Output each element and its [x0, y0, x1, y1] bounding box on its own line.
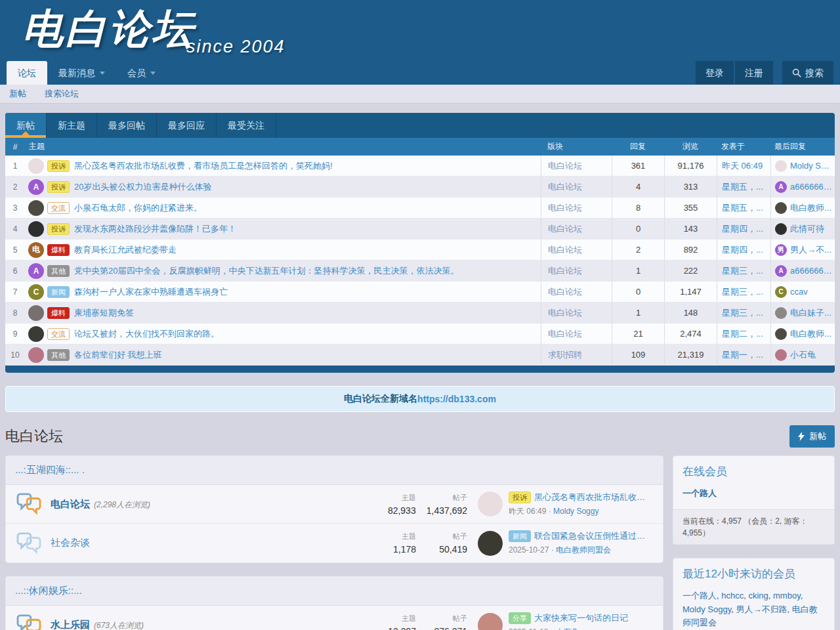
tab-most-watched[interactable]: 最受关注	[217, 113, 276, 138]
forum-link[interactable]: 电白论坛	[548, 160, 582, 172]
topic-title-link[interactable]: 各位前辈们好 我想上班	[74, 349, 162, 361]
online-member-link[interactable]: 一个路人	[682, 488, 717, 498]
topic-tag[interactable]: 投诉	[47, 160, 70, 172]
avatar[interactable]: C	[28, 284, 44, 300]
last-reply-avatar[interactable]: A	[775, 181, 787, 193]
site-logo[interactable]: 电白论坛	[22, 1, 196, 56]
latest-member-link[interactable]: Moldy Soggy	[553, 507, 598, 516]
post-date-link[interactable]: 昨天 06:49	[722, 160, 763, 172]
topic-title-link[interactable]: 发现水东两处路段沙井盖像陷阱！已多年！	[74, 223, 236, 235]
last-reply-user[interactable]: 此情可待	[790, 223, 824, 235]
topic-tag[interactable]: 投诉	[47, 181, 70, 193]
forum-name-link[interactable]: 社会杂谈	[51, 537, 90, 549]
subnav-new-posts[interactable]: 新帖	[9, 88, 26, 100]
post-date-link[interactable]: 星期二，...	[722, 328, 763, 340]
topic-tag[interactable]: 新闻	[509, 530, 531, 542]
post-date-link[interactable]: 星期四，...	[722, 223, 763, 235]
topic-tag[interactable]: 爆料	[47, 244, 70, 256]
last-reply-user[interactable]: 电白妹子...	[790, 307, 831, 319]
post-date-link[interactable]: 星期三，...	[722, 265, 763, 277]
last-reply-avatar[interactable]	[775, 223, 787, 235]
topic-title-link[interactable]: 森沟村一户人家在家中熟睡遭遇车祸身亡	[74, 286, 228, 298]
latest-avatar[interactable]	[478, 613, 503, 630]
nav-tab-whats-new[interactable]: 最新消息	[47, 61, 116, 85]
new-post-button[interactable]: 新帖	[789, 425, 835, 448]
topic-title-link[interactable]: 教育局长江允武被纪委带走	[74, 244, 177, 256]
forum-link[interactable]: 电白论坛	[548, 265, 582, 277]
last-reply-avatar[interactable]	[775, 349, 787, 361]
tab-new-posts[interactable]: 新帖	[5, 113, 47, 138]
post-date-link[interactable]: 星期五，...	[722, 202, 763, 214]
last-reply-avatar[interactable]: C	[775, 286, 787, 298]
last-reply-avatar[interactable]: 男	[775, 244, 787, 256]
last-reply-avatar[interactable]	[775, 202, 787, 214]
forum-link[interactable]: 电白论坛	[548, 181, 582, 193]
topic-tag[interactable]: 爆料	[47, 307, 70, 319]
forum-link[interactable]: 电白论坛	[548, 202, 582, 214]
last-reply-user[interactable]: 男人→不...	[790, 244, 831, 256]
tab-most-replies[interactable]: 最多回帖	[97, 113, 157, 138]
topic-tag[interactable]: 交流	[47, 328, 70, 340]
online-members-title[interactable]: 在线会员	[673, 456, 834, 485]
category-title[interactable]: ...:五湖四海::... .	[6, 456, 663, 485]
avatar[interactable]	[28, 326, 44, 342]
forum-link[interactable]: 电白论坛	[548, 244, 582, 256]
last-reply-user[interactable]: 电白教师...	[790, 202, 831, 214]
nav-tab-forums[interactable]: 论坛	[7, 61, 47, 85]
visitor-link[interactable]: 一个路人	[682, 591, 721, 600]
last-reply-user[interactable]: 小石龟	[790, 349, 816, 361]
search-button[interactable]: 搜索	[782, 61, 833, 85]
topic-title-link[interactable]: 党中央第20届四中全会，反腐旗帜鲜明，中央下达新五年计划：坚持科学决策，民主决策…	[74, 265, 459, 277]
latest-avatar[interactable]	[478, 531, 503, 556]
topic-tag[interactable]: 投诉	[47, 223, 70, 235]
visitor-link[interactable]: hchcc	[721, 591, 748, 600]
latest-member-link[interactable]: 电白教师同盟会	[556, 545, 611, 555]
topic-tag[interactable]: 其他	[47, 265, 70, 277]
avatar[interactable]	[28, 347, 44, 363]
tab-most-reactions[interactable]: 最多回应	[157, 113, 217, 138]
recent-visitors-title[interactable]: 最近12小时来访的会员	[673, 558, 834, 587]
forum-name-link[interactable]: 水上乐园	[51, 619, 90, 630]
last-reply-user[interactable]: a66666699	[790, 182, 832, 192]
visitor-link[interactable]: mmboy	[773, 591, 803, 600]
latest-member-link[interactable]: 小石龟	[555, 627, 579, 630]
post-date-link[interactable]: 星期三，...	[722, 286, 763, 298]
topic-tag[interactable]: 新闻	[47, 286, 70, 298]
latest-avatar[interactable]	[478, 492, 503, 516]
forum-link[interactable]: 电白论坛	[548, 328, 582, 340]
nav-tab-members[interactable]: 会员	[116, 61, 167, 85]
visitor-link[interactable]: Moldy Soggy	[682, 604, 736, 614]
topic-title-link[interactable]: 小泉石龟太郎，你妈的赶紧进来。	[74, 202, 202, 214]
last-reply-avatar[interactable]	[775, 307, 787, 319]
avatar[interactable]	[28, 305, 44, 321]
post-date-link[interactable]: 星期五，...	[722, 181, 763, 193]
last-reply-user[interactable]: 电白教师...	[790, 328, 831, 340]
visitor-link[interactable]: 男人→不归路	[736, 604, 791, 614]
forum-link[interactable]: 电白论坛	[548, 223, 582, 235]
forum-name-link[interactable]: 电白论坛	[51, 498, 90, 511]
last-reply-user[interactable]: Moldy So...	[790, 161, 832, 171]
topic-tag[interactable]: 投诉	[509, 492, 531, 503]
avatar[interactable]: A	[28, 179, 44, 195]
forum-link[interactable]: 电白论坛	[548, 307, 582, 319]
category-title[interactable]: ...::休闲娱乐::...	[6, 577, 663, 606]
register-button[interactable]: 注册	[735, 61, 773, 85]
topic-title-link[interactable]: 20岁出头被公权力迫害是种什么体验	[74, 181, 211, 193]
announcement-link[interactable]: https://db133.com	[417, 394, 496, 404]
avatar[interactable]: 电	[28, 242, 44, 258]
avatar[interactable]: A	[28, 263, 44, 279]
last-reply-avatar[interactable]	[775, 328, 787, 340]
forum-link[interactable]: 求职招聘	[548, 349, 582, 361]
latest-title-link[interactable]: 联合国紧急会议压倒性通过…	[534, 530, 645, 542]
post-date-link[interactable]: 星期四，...	[722, 244, 763, 256]
avatar[interactable]	[28, 200, 44, 216]
latest-title-link[interactable]: 黑心茂名粤西农批市场乱收…	[534, 492, 645, 503]
topic-tag[interactable]: 分享	[509, 612, 531, 624]
last-reply-user[interactable]: ccav	[790, 287, 808, 297]
topic-title-link[interactable]: 论坛又被封，大伙们找不到回家的路。	[74, 328, 219, 340]
topic-title-link[interactable]: 黑心茂名粤西农批市场乱收费，看市场员工是怎样回答的，笑死她妈!	[74, 160, 333, 172]
last-reply-avatar[interactable]: A	[775, 265, 787, 277]
topic-title-link[interactable]: 柬埔寨短期免签	[74, 307, 134, 319]
subnav-search-forums[interactable]: 搜索论坛	[45, 88, 79, 100]
post-date-link[interactable]: 星期三，...	[722, 307, 763, 319]
